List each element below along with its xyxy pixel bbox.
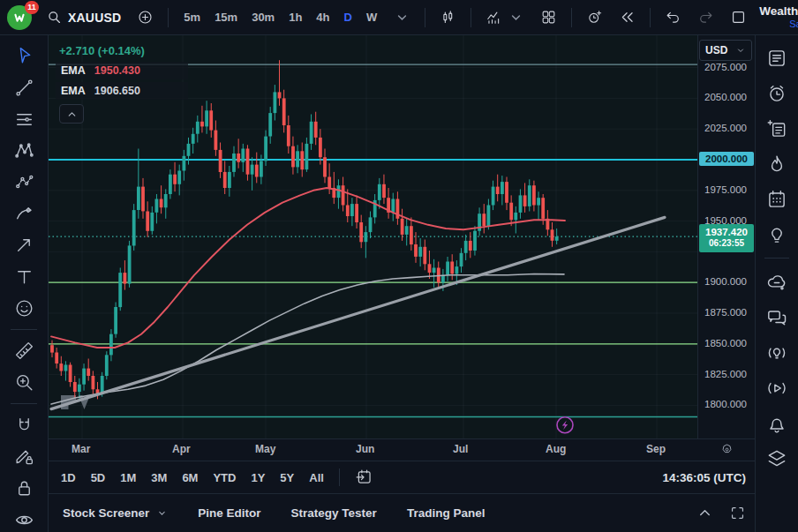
currency-value: USD bbox=[705, 44, 727, 56]
layout-grid-button[interactable] bbox=[535, 5, 562, 29]
price-scale[interactable]: USD 2075.0002050.0002025.0001975.0001950… bbox=[697, 35, 755, 438]
sidebar-item-hotlists[interactable] bbox=[764, 152, 790, 176]
interval-4h[interactable]: 4h bbox=[310, 7, 335, 27]
chart-settings-button[interactable] bbox=[719, 442, 735, 458]
sidebar-item-alerts[interactable] bbox=[764, 81, 790, 105]
indicator-rows: EMA1950.430EMA1906.650 bbox=[56, 62, 188, 100]
tool-fib-retracement[interactable] bbox=[9, 107, 39, 131]
sidebar-item-notifications[interactable] bbox=[764, 411, 790, 435]
tool-cursor[interactable] bbox=[9, 44, 39, 69]
tool-emoji[interactable] bbox=[9, 296, 39, 320]
time-axis-label-apr: Apr bbox=[172, 443, 191, 455]
bar-countdown: 06:23:55 bbox=[699, 238, 754, 250]
lock-all-drawings-icon bbox=[13, 477, 35, 499]
tool-trend-line[interactable] bbox=[9, 76, 39, 101]
interval-W[interactable]: W bbox=[360, 7, 383, 27]
sidebar-item-public-chat[interactable] bbox=[764, 305, 790, 329]
time-axis-label-sep: Sep bbox=[646, 443, 666, 455]
right-sidebar bbox=[755, 35, 798, 532]
range-button-5d[interactable]: 5D bbox=[91, 471, 106, 484]
streams-icon bbox=[765, 377, 788, 400]
tab-label: Stock Screener bbox=[63, 506, 149, 520]
sidebar-item-object-tree[interactable] bbox=[764, 446, 790, 470]
legend-collapse-button[interactable] bbox=[59, 104, 84, 124]
sidebar-item-streams[interactable] bbox=[764, 376, 790, 400]
interval-expand-button[interactable] bbox=[388, 5, 416, 29]
indicators-button[interactable] bbox=[480, 5, 530, 29]
time-axis[interactable]: MarAprMayJunJulAugSep bbox=[49, 438, 755, 461]
watchlist-icon bbox=[765, 47, 788, 70]
currency-select[interactable]: USD bbox=[699, 40, 752, 61]
tool-lock-all-drawings[interactable] bbox=[9, 476, 39, 501]
interval-1h[interactable]: 1h bbox=[282, 7, 308, 27]
range-button-1d[interactable]: 1D bbox=[61, 471, 76, 484]
alert-level-badge[interactable]: 2000.000 bbox=[699, 152, 754, 166]
tab-pine-editor[interactable]: Pine Editor bbox=[198, 506, 260, 520]
chevron-down-icon bbox=[735, 45, 746, 56]
save-layout-box-button[interactable] bbox=[725, 5, 752, 29]
expand-panel-chevron-icon[interactable] bbox=[696, 505, 713, 521]
server-clock[interactable]: 14:36:05 (UTC) bbox=[662, 471, 746, 484]
tool-xabcd-pattern[interactable] bbox=[9, 139, 39, 163]
sidebar-item-minds-feed[interactable] bbox=[764, 270, 790, 294]
redo-button[interactable] bbox=[692, 5, 719, 29]
tool-text[interactable] bbox=[9, 265, 39, 289]
layout-name[interactable]: Wealthy Educ... bbox=[759, 5, 798, 19]
tool-brush[interactable] bbox=[9, 201, 39, 226]
date-range-row: 1D5D1M3M6MYTD1Y5YAll 14:36:05 (UTC) bbox=[49, 461, 755, 493]
sidebar-item-calendar[interactable] bbox=[764, 187, 790, 211]
bottom-tabs-row: Stock ScreenerPine EditorStrategy Tester… bbox=[49, 493, 755, 532]
trend-line-icon bbox=[13, 77, 35, 99]
range-button-all[interactable]: All bbox=[309, 471, 324, 484]
save-layout-link[interactable]: Save bbox=[789, 19, 798, 29]
toolbar-divider bbox=[11, 329, 37, 330]
fullscreen-icon[interactable] bbox=[729, 505, 746, 521]
redo-arrow-icon bbox=[697, 9, 714, 26]
hotlists-icon bbox=[765, 153, 788, 176]
chart-style-button[interactable] bbox=[434, 5, 462, 29]
range-buttons: 1D5D1M3M6MYTD1Y5YAll bbox=[61, 471, 324, 484]
interval-5m[interactable]: 5m bbox=[177, 7, 207, 27]
tool-arrow[interactable] bbox=[9, 233, 39, 258]
tab-stock-screener[interactable]: Stock Screener bbox=[63, 506, 168, 520]
public-chat-icon bbox=[765, 306, 788, 329]
indicator-row-ema-0[interactable]: EMA1950.430 bbox=[56, 62, 188, 79]
go-to-date-button[interactable] bbox=[355, 468, 374, 487]
tab-strategy-tester[interactable]: Strategy Tester bbox=[291, 506, 377, 520]
interval-30m[interactable]: 30m bbox=[245, 7, 281, 27]
range-button-1m[interactable]: 1M bbox=[120, 471, 136, 484]
chart-legend: +2.710 (+0.14%) EMA1950.430EMA1906.650 bbox=[56, 42, 188, 100]
elliott-wave-icon bbox=[13, 171, 35, 193]
tool-elliott-wave[interactable] bbox=[9, 170, 39, 195]
range-button-3m[interactable]: 3M bbox=[151, 471, 167, 484]
symbol-search-button[interactable]: XAUUSD bbox=[41, 5, 126, 29]
tool-drawing-edit-lock[interactable] bbox=[9, 445, 39, 469]
range-button-1y[interactable]: 1Y bbox=[251, 471, 265, 484]
sidebar-item-ideas[interactable] bbox=[764, 222, 790, 246]
range-button-5y[interactable]: 5Y bbox=[280, 471, 294, 484]
app-logo[interactable]: 11 bbox=[5, 4, 35, 31]
tool-magnet[interactable] bbox=[9, 413, 39, 438]
create-alert-button[interactable] bbox=[581, 5, 608, 29]
compare-add-symbol-button[interactable] bbox=[132, 5, 159, 29]
range-button-6m[interactable]: 6M bbox=[182, 471, 198, 484]
toolbar-separator bbox=[168, 8, 169, 27]
notes-icon bbox=[765, 117, 788, 140]
undo-button[interactable] bbox=[659, 5, 687, 29]
indicator-row-ema-1[interactable]: EMA1906.650 bbox=[56, 82, 188, 100]
tool-hide-all-drawings[interactable] bbox=[9, 507, 39, 532]
tab-trading-panel[interactable]: Trading Panel bbox=[407, 506, 486, 520]
interval-D[interactable]: D bbox=[338, 7, 358, 27]
measure-ruler-icon bbox=[13, 340, 35, 362]
tool-zoom-in[interactable] bbox=[9, 371, 39, 395]
tool-measure-ruler[interactable] bbox=[9, 339, 39, 363]
sidebar-item-notes[interactable] bbox=[764, 116, 790, 140]
range-button-ytd[interactable]: YTD bbox=[213, 471, 236, 484]
interval-15m[interactable]: 15m bbox=[208, 7, 244, 27]
bar-replay-button[interactable] bbox=[614, 5, 641, 29]
replay-rewind-icon bbox=[619, 9, 636, 26]
trading-app: 11 XAUUSD 5m15m30m1h4hDW bbox=[0, 0, 798, 532]
chart-pane[interactable]: +2.710 (+0.14%) EMA1950.430EMA1906.650 U… bbox=[49, 35, 755, 438]
sidebar-item-watchlist[interactable] bbox=[764, 46, 790, 70]
sidebar-item-ideas-stream[interactable] bbox=[764, 341, 790, 364]
